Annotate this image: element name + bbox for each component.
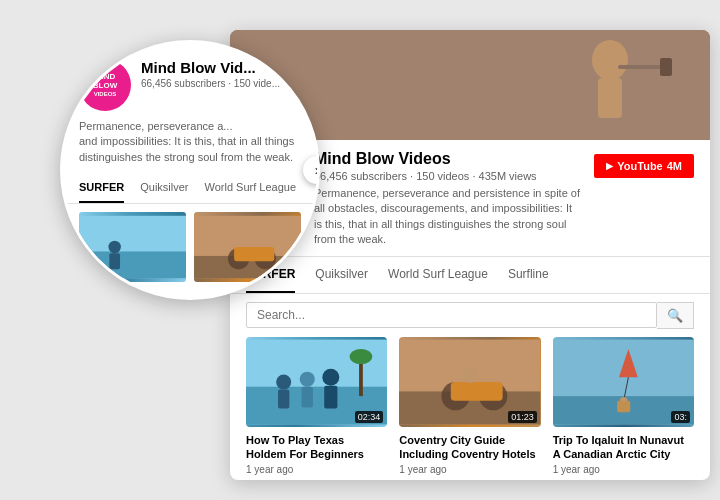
circle-video-thumb-2[interactable] — [194, 212, 301, 282]
video-age-1: 1 year ago — [246, 464, 387, 475]
svg-point-11 — [322, 368, 339, 385]
svg-point-29 — [108, 241, 120, 253]
video-thumbnail-3: 03: — [553, 337, 694, 427]
video-card-1[interactable]: 02:34 How To Play Texas Holdem For Begin… — [246, 337, 387, 480]
circle-overlay: MIND BLOW VIDEOS Mind Blow Vid... 66,456… — [60, 40, 320, 300]
videos-grid: 02:34 How To Play Texas Holdem For Begin… — [230, 337, 710, 480]
video-age-2: 1 year ago — [399, 464, 540, 475]
circle-channel-details: Mind Blow Vid... 66,456 subscribers · 15… — [141, 59, 280, 89]
video-card-2[interactable]: 01:23 Coventry City Guide Including Cove… — [399, 337, 540, 480]
channel-description: Permanence, perseverance and persistence… — [314, 186, 582, 248]
circle-tabs: SURFER Quiksilver World Surf League — [63, 173, 317, 204]
svg-rect-4 — [660, 58, 672, 76]
video-desc-2: Two things are infinite: the universe an… — [399, 478, 540, 480]
video-desc-3: In three words I can sum up everything I… — [553, 478, 694, 480]
search-input[interactable] — [246, 302, 657, 328]
svg-point-1 — [592, 40, 628, 80]
video-thumbnail-1: 02:34 — [246, 337, 387, 427]
video-title-1: How To Play Texas Holdem For Beginners — [246, 433, 387, 462]
svg-rect-30 — [109, 253, 120, 269]
tab-world-surf-league[interactable]: World Surf League — [388, 257, 488, 293]
circle-avatar-text: MIND BLOW VIDEOS — [93, 72, 117, 98]
circle-description: Permanence, perseverance a... and imposs… — [63, 111, 317, 173]
video-duration-3: 03: — [671, 411, 690, 423]
video-duration-2: 01:23 — [508, 411, 537, 423]
svg-rect-10 — [302, 386, 313, 407]
channel-info: Mind Blow Videos 66,456 subscribers · 15… — [314, 150, 582, 256]
svg-point-20 — [462, 367, 477, 382]
circle-video-thumb-1[interactable] — [79, 212, 186, 282]
search-bar: 🔍 — [230, 294, 710, 337]
svg-rect-26 — [617, 400, 630, 411]
svg-point-9 — [300, 371, 315, 386]
circle-tab-wsl[interactable]: World Surf League — [205, 173, 297, 203]
svg-rect-28 — [79, 252, 186, 279]
svg-rect-35 — [234, 247, 274, 261]
subscribe-button[interactable]: ▶ YouTube 4M — [594, 154, 694, 178]
video-thumbnail-2: 01:23 — [399, 337, 540, 427]
channel-name: Mind Blow Videos — [314, 150, 582, 168]
video-title-2: Coventry City Guide Including Coventry H… — [399, 433, 540, 462]
circle-content: MIND BLOW VIDEOS Mind Blow Vid... 66,456… — [63, 43, 317, 297]
video-duration-1: 02:34 — [355, 411, 384, 423]
video-desc-1: You know you're in love when you can't f… — [246, 478, 387, 480]
svg-rect-13 — [359, 358, 363, 396]
circle-avatar: MIND BLOW VIDEOS — [79, 59, 131, 111]
circle-channel-meta: 66,456 subscribers · 150 vide... — [141, 78, 280, 89]
circle-channel-name: Mind Blow Vid... — [141, 59, 280, 76]
tab-quiksilver[interactable]: Quiksilver — [315, 257, 368, 293]
svg-point-14 — [350, 349, 373, 364]
search-button[interactable]: 🔍 — [657, 302, 694, 329]
channel-meta: 66,456 subscribers · 150 videos · 435M v… — [314, 170, 582, 182]
svg-rect-8 — [278, 389, 289, 408]
video-title-3: Trip To Iqaluit In Nunavut A Canadian Ar… — [553, 433, 694, 462]
svg-rect-2 — [598, 78, 622, 118]
svg-point-7 — [276, 374, 291, 389]
svg-rect-19 — [451, 382, 503, 401]
circle-video-grid — [63, 204, 317, 290]
svg-rect-12 — [324, 385, 337, 408]
circle-tab-quiksilver[interactable]: Quiksilver — [140, 173, 188, 203]
youtube-logo: ▶ — [606, 161, 613, 171]
circle-tab-surfer[interactable]: SURFER — [79, 173, 124, 203]
tab-surfline[interactable]: Surfline — [508, 257, 549, 293]
circle-channel-info: MIND BLOW VIDEOS Mind Blow Vid... 66,456… — [63, 43, 317, 111]
video-age-3: 1 year ago — [553, 464, 694, 475]
video-card-3[interactable]: 03: Trip To Iqaluit In Nunavut A Canadia… — [553, 337, 694, 480]
